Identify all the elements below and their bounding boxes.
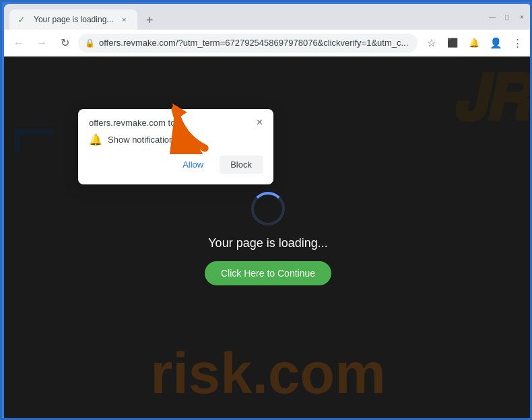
dialog-row: 🔔 Show notifications (89, 133, 263, 146)
loading-spinner (251, 192, 285, 225)
dialog-origin: offers.revmake.com to (89, 118, 175, 128)
forward-button[interactable]: → (32, 34, 51, 53)
notification-bell-icon[interactable]: 🔔 (465, 34, 484, 53)
page-content: 𝙅𝙍 ⌐ risk.com Your page is loading... Cl… (4, 57, 532, 420)
extension-icon[interactable]: ⬛ (443, 34, 462, 53)
loading-center: Your page is loading... Click Here to Co… (205, 192, 331, 285)
watermark-top-right: 𝙅𝙍 (452, 63, 525, 131)
profile-icon[interactable]: 👤 (486, 34, 505, 53)
tab-favicon: ✓ (18, 14, 28, 25)
address-bar: ← → ↻ 🔒 offers.revmake.com/?utm_term=672… (4, 30, 532, 57)
tab-title: Your page is loading... (34, 15, 113, 24)
url-text: offers.revmake.com/?utm_term=67279254586… (99, 38, 411, 48)
tab-close-button[interactable]: × (119, 14, 129, 25)
allow-button[interactable]: Allow (172, 155, 214, 174)
notification-dialog: offers.revmake.com to × 🔔 Show notificat… (78, 109, 273, 184)
url-bar[interactable]: 🔒 offers.revmake.com/?utm_term=672792545… (78, 34, 418, 53)
title-bar: ✓ Your page is loading... × + — □ × (4, 4, 532, 30)
watermark-bottom: risk.com (150, 341, 386, 407)
minimize-button[interactable]: — (488, 12, 497, 22)
window-controls: — □ × (488, 12, 527, 22)
continue-button[interactable]: Click Here to Continue (205, 261, 331, 285)
close-window-button[interactable]: × (517, 12, 527, 22)
maximize-button[interactable]: □ (502, 12, 512, 22)
dialog-bell-icon: 🔔 (89, 133, 102, 146)
browser-window: ✓ Your page is loading... × + — □ × ← → … (4, 4, 532, 420)
lock-icon: 🔒 (85, 38, 95, 48)
new-tab-button[interactable]: + (140, 11, 159, 30)
active-tab[interactable]: ✓ Your page is loading... × (9, 9, 137, 30)
tab-area: ✓ Your page is loading... × + (9, 4, 488, 30)
dialog-header: offers.revmake.com to × (89, 117, 263, 128)
show-notifications-label: Show notifications (108, 135, 178, 145)
loading-text: Your page is loading... (208, 236, 327, 250)
toolbar-icons: ☆ ⬛ 🔔 👤 ⋮ (422, 34, 527, 53)
menu-icon[interactable]: ⋮ (508, 34, 527, 53)
watermark-left: ⌐ (11, 83, 58, 176)
dialog-buttons: Allow Block (89, 155, 263, 174)
bookmark-icon[interactable]: ☆ (422, 34, 440, 53)
dialog-close-button[interactable]: × (257, 117, 263, 128)
block-button[interactable]: Block (220, 155, 263, 174)
reload-button[interactable]: ↻ (55, 34, 74, 53)
back-button[interactable]: ← (9, 34, 28, 53)
